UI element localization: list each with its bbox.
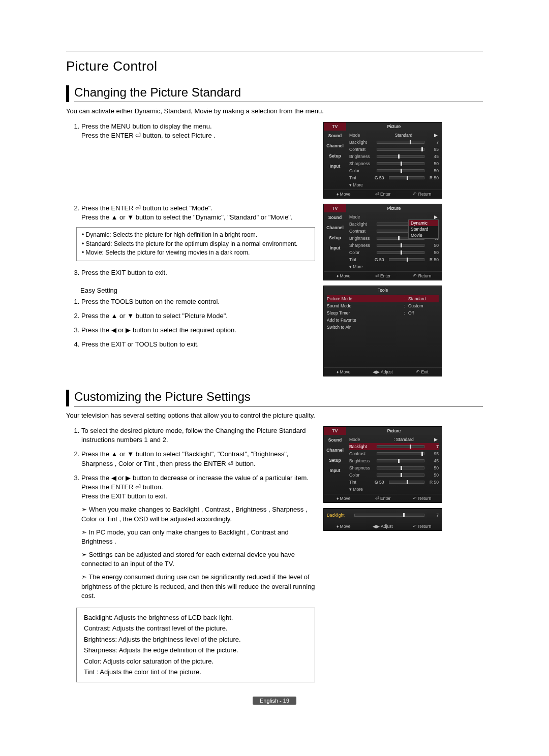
mode-dropdown[interactable]: Dynamic Standard Movie bbox=[408, 219, 439, 239]
section-title: Picture Control bbox=[66, 58, 483, 74]
tools-sound-mode[interactable]: Sound Mode:Custom bbox=[327, 302, 439, 309]
chevron-right-icon: ▶ bbox=[433, 133, 439, 138]
tools-picture-mode[interactable]: Picture Mode:Standard bbox=[327, 295, 439, 302]
gloss-backlight: Backlight: Adjusts the brightness of LCD… bbox=[84, 612, 308, 623]
osd-item-brightness[interactable]: Brightness45 bbox=[349, 457, 439, 464]
osd-item-mode[interactable]: Mode Standard ▶ bbox=[349, 132, 439, 139]
subsection-title: Changing the Picture Standard bbox=[74, 85, 483, 102]
intro-text: Your television has several setting opti… bbox=[66, 412, 483, 419]
osd-title: Picture bbox=[346, 204, 442, 212]
osd-hint-return: ↶ Return bbox=[403, 190, 442, 198]
easy-setting-heading: Easy Setting bbox=[80, 287, 315, 294]
osd-hint-enter: ⏎ Enter bbox=[363, 190, 402, 198]
osd-item-more[interactable]: ▾ More bbox=[349, 486, 439, 493]
note-per-input: Settings can be adjusted and stored for … bbox=[81, 550, 315, 569]
osd-tab-sound[interactable]: Sound bbox=[324, 212, 346, 223]
steps-list: Press the EXIT button to exit. bbox=[66, 268, 315, 277]
osd-hint-move: ♦ Move bbox=[324, 190, 363, 198]
desc-dynamic: Dynamic: Selects the picture for high-de… bbox=[82, 231, 310, 239]
osd-item-more[interactable]: ▾ More bbox=[349, 181, 439, 188]
step-2: Press the ▲ or ▼ button to select "Backl… bbox=[81, 450, 315, 468]
osd-item-tint[interactable]: TintG 50R 50 bbox=[349, 174, 439, 181]
gloss-tint: Tint : Adjusts the color tint of the pic… bbox=[84, 667, 308, 677]
osd-tab-tv[interactable]: TV bbox=[324, 204, 346, 212]
intro-text: You can activate either Dynamic, Standar… bbox=[66, 107, 483, 115]
tools-sleep-timer[interactable]: Sleep Timer:Off bbox=[327, 309, 439, 317]
tools-switch-air[interactable]: Switch to Air bbox=[327, 324, 439, 331]
gloss-color: Color: Adjusts color saturation of the p… bbox=[84, 656, 308, 667]
osd-item-color[interactable]: Color50 bbox=[349, 167, 439, 174]
gloss-brightness: Brightness: Adjusts the brightness level… bbox=[84, 634, 308, 645]
osd-item-tint[interactable]: TintG 50R 50 bbox=[349, 479, 439, 486]
osd-tools-title: Tools bbox=[324, 286, 442, 294]
easy-step-2: Press the ▲ or ▼ button to select "Pictu… bbox=[81, 311, 315, 321]
mode-option-standard[interactable]: Standard bbox=[409, 226, 438, 232]
osd-item-contrast[interactable]: Contrast95 bbox=[349, 450, 439, 457]
osd-backlight-slider: Backlight 7 ♦ Move ◀▶ Adjust ↶ Return bbox=[323, 508, 442, 531]
osd-tab-sound[interactable]: Sound bbox=[324, 131, 346, 141]
osd-item-backlight[interactable]: Backlight7 bbox=[349, 139, 439, 146]
osd-title: Picture bbox=[346, 122, 442, 131]
osd-tab-input[interactable]: Input bbox=[324, 243, 346, 253]
osd-item-mode[interactable]: Mode : Standard ▶ bbox=[349, 436, 439, 443]
easy-step-1: Press the TOOLS button on the remote con… bbox=[81, 297, 315, 306]
osd-title: Picture bbox=[346, 427, 442, 435]
osd-picture-standard: TV Picture Sound Channel Setup Input Mod… bbox=[323, 122, 442, 199]
steps-list: Press the MENU button to display the men… bbox=[66, 122, 315, 140]
osd-item-contrast[interactable]: Contrast95 bbox=[349, 146, 439, 153]
osd-item-sharpness[interactable]: Sharpness50 bbox=[349, 464, 439, 471]
desc-movie: Movie: Selects the picture for viewing m… bbox=[82, 248, 310, 257]
subsection-title: Customizing the Picture Settings bbox=[74, 390, 483, 406]
easy-step-4: Press the EXIT or TOOLS button to exit. bbox=[81, 340, 315, 349]
osd-item-color[interactable]: Color50 bbox=[349, 471, 439, 479]
osd-tools: Tools Picture Mode:Standard Sound Mode:C… bbox=[323, 286, 442, 376]
osd-picture-backlight-selected: TV Picture Sound Channel Setup Input Mod… bbox=[323, 426, 442, 503]
osd-picture-mode-dropdown: TV Picture Sound Channel Setup Input Mod… bbox=[323, 204, 442, 280]
osd-tab-channel[interactable]: Channel bbox=[324, 223, 346, 233]
note-energy: The energy consumed during use can be si… bbox=[81, 573, 315, 601]
osd-tab-tv[interactable]: TV bbox=[324, 122, 346, 131]
mode-option-movie[interactable]: Movie bbox=[409, 232, 438, 238]
gloss-contrast: Contrast: Adjusts the contrast level of … bbox=[84, 623, 308, 634]
note-pc-mode: In PC mode, you can only make changes to… bbox=[81, 528, 315, 546]
step-3: Press the ◀ or ▶ button to decrease or i… bbox=[81, 474, 315, 601]
step-1: Press the MENU button to display the men… bbox=[81, 122, 315, 140]
step-1: To select the desired picture mode, foll… bbox=[81, 426, 315, 445]
mode-option-dynamic[interactable]: Dynamic bbox=[409, 220, 438, 226]
osd-tab-setup[interactable]: Setup bbox=[324, 151, 346, 161]
osd-tab-tv[interactable]: TV bbox=[324, 427, 346, 435]
steps-list: Press the ENTER ⏎ button to select "Mode… bbox=[66, 204, 315, 222]
heading-bullet bbox=[66, 390, 69, 406]
easy-steps-list: Press the TOOLS button on the remote con… bbox=[66, 297, 315, 350]
easy-step-3: Press the ◀ or ▶ button to select the re… bbox=[81, 326, 315, 335]
osd-tab-input[interactable]: Input bbox=[324, 161, 346, 171]
osd-tab-setup[interactable]: Setup bbox=[324, 233, 346, 243]
step-3: Press the EXIT button to exit. bbox=[81, 268, 315, 277]
heading-bullet bbox=[66, 85, 69, 102]
osd-tab-channel[interactable]: Channel bbox=[324, 141, 346, 151]
gloss-sharpness: Sharpness: Adjusts the edge definition o… bbox=[84, 645, 308, 655]
mode-description-box: Dynamic: Selects the picture for high-de… bbox=[76, 227, 315, 261]
step-2: Press the ENTER ⏎ button to select "Mode… bbox=[81, 204, 315, 222]
note-osd-adjust: When you make changes to Backlight , Con… bbox=[81, 505, 315, 523]
page-number: English - 19 bbox=[66, 698, 483, 704]
osd-item-sharpness[interactable]: Sharpness50 bbox=[349, 160, 439, 167]
glossary-box: Backlight: Adjusts the brightness of LCD… bbox=[76, 608, 315, 682]
backlight-slider[interactable]: Backlight 7 bbox=[327, 510, 439, 521]
osd-item-brightness[interactable]: Brightness45 bbox=[349, 153, 439, 160]
desc-standard: Standard: Selects the picture for the op… bbox=[82, 240, 310, 248]
steps-list: To select the desired picture mode, foll… bbox=[66, 426, 315, 601]
osd-item-backlight[interactable]: Backlight7 bbox=[349, 443, 439, 450]
tools-add-favorite[interactable]: Add to Favorite bbox=[327, 317, 439, 324]
